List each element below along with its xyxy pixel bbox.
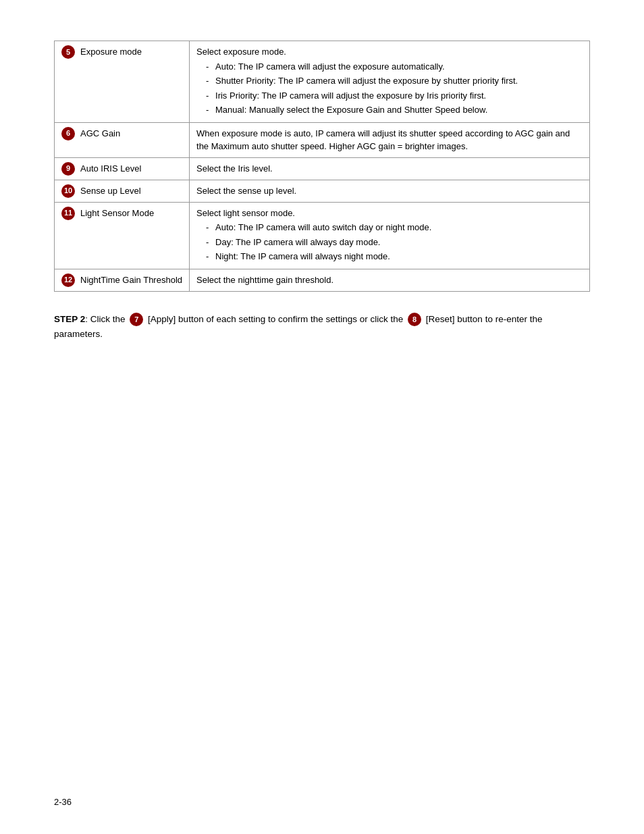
cell-label-wrapper: 10Sense up Level [61, 184, 182, 198]
row-label-text: Sense up Level [80, 184, 141, 198]
row-description: Select the sense up level. [190, 180, 590, 202]
table-row: 9Auto IRIS LevelSelect the Iris level. [55, 157, 590, 180]
row-badge: 9 [61, 162, 75, 176]
cell-label-wrapper: 6AGC Gain [61, 127, 182, 140]
reset-badge: 8 [408, 313, 421, 326]
row-badge: 6 [61, 127, 75, 140]
cell-label-wrapper: 9Auto IRIS Level [61, 162, 182, 176]
bullet-item: Night: The IP camera will always night m… [203, 250, 583, 263]
bullet-list: Auto: The IP camera will adjust the expo… [203, 60, 583, 117]
bullet-item: Day: The IP camera will always day mode. [203, 236, 583, 249]
row-label-text: Auto IRIS Level [80, 162, 141, 176]
table-row: 10Sense up LevelSelect the sense up leve… [55, 180, 590, 202]
step2-click-text: : Click the [85, 314, 125, 324]
row-label-text: Exposure mode [80, 45, 142, 59]
apply-badge: 7 [130, 313, 143, 326]
step2-paragraph: STEP 2: Click the 7 [Apply] button of ea… [54, 312, 590, 343]
row-description: Select the nighttime gain threshold. [190, 269, 590, 291]
row-label-cell: 5Exposure mode [55, 41, 190, 123]
table-row: 12NightTime Gain ThresholdSelect the nig… [55, 269, 590, 291]
row-label-text: AGC Gain [80, 127, 120, 140]
row-label-cell: 9Auto IRIS Level [55, 157, 190, 180]
row-label-text: Light Sensor Mode [80, 207, 154, 220]
row-badge: 10 [61, 184, 75, 198]
bullet-item: Auto: The IP camera will auto switch day… [203, 221, 583, 234]
bullet-list: Auto: The IP camera will auto switch day… [203, 221, 583, 263]
step2-label: STEP 2 [54, 314, 85, 324]
settings-table: 5Exposure modeSelect exposure mode.Auto:… [54, 41, 590, 292]
row-description-intro: Select light sensor mode. [196, 207, 583, 220]
step2-apply-text: [Apply] button of each setting to confir… [148, 314, 403, 324]
page-footer: 2-36 [54, 797, 72, 807]
cell-label-wrapper: 12NightTime Gain Threshold [61, 273, 182, 287]
row-badge: 11 [61, 207, 75, 220]
row-description: When exposure mode is auto, IP camera wi… [190, 122, 590, 157]
row-label-text: NightTime Gain Threshold [80, 273, 182, 287]
row-badge: 12 [61, 273, 75, 287]
bullet-item: Manual: Manually select the Exposure Gai… [203, 103, 583, 117]
table-row: 11Light Sensor ModeSelect light sensor m… [55, 202, 590, 269]
row-label-cell: 11Light Sensor Mode [55, 202, 190, 269]
row-label-cell: 10Sense up Level [55, 180, 190, 202]
bullet-item: Shutter Priority: The IP camera will adj… [203, 74, 583, 88]
page-content: 5Exposure modeSelect exposure mode.Auto:… [54, 41, 590, 342]
bullet-item: Auto: The IP camera will adjust the expo… [203, 60, 583, 74]
bullet-item: Iris Priority: The IP camera will adjust… [203, 89, 583, 103]
row-description-cell: Select light sensor mode.Auto: The IP ca… [190, 202, 590, 269]
row-label-cell: 6AGC Gain [55, 122, 190, 157]
table-row: 5Exposure modeSelect exposure mode.Auto:… [55, 41, 590, 123]
cell-label-wrapper: 5Exposure mode [61, 45, 182, 59]
cell-label-wrapper: 11Light Sensor Mode [61, 207, 182, 220]
row-description: Select the Iris level. [190, 157, 590, 180]
table-row: 6AGC GainWhen exposure mode is auto, IP … [55, 122, 590, 157]
row-description-intro: Select exposure mode. [196, 45, 583, 59]
row-description-cell: Select exposure mode.Auto: The IP camera… [190, 41, 590, 123]
row-label-cell: 12NightTime Gain Threshold [55, 269, 190, 291]
row-badge: 5 [61, 45, 75, 59]
